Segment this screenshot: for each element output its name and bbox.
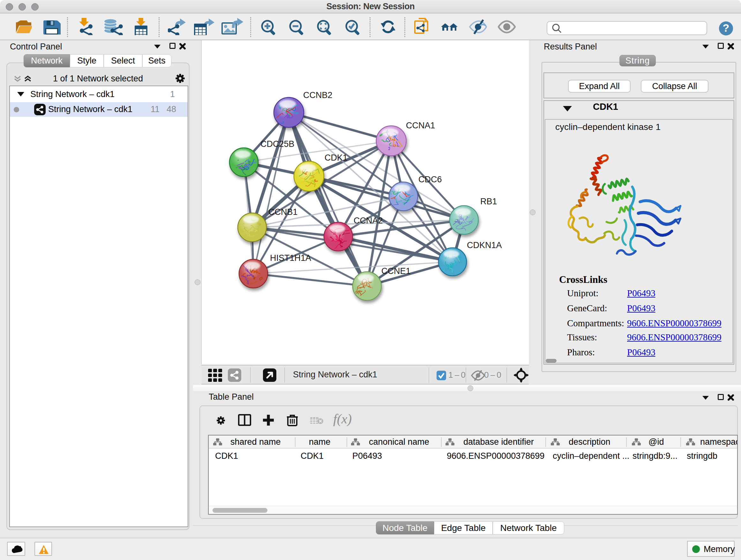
svg-text:CCNA1: CCNA1 (406, 121, 435, 130)
svg-text:HIST1H1A: HIST1H1A (270, 253, 311, 263)
svg-text:CCNB1: CCNB1 (268, 207, 298, 217)
svg-text:CDC25B: CDC25B (260, 139, 294, 149)
svg-text:CCNA2: CCNA2 (354, 216, 383, 226)
svg-text:CCNB2: CCNB2 (303, 90, 333, 100)
svg-text:RB1: RB1 (480, 197, 497, 206)
svg-text:CDK1: CDK1 (325, 153, 347, 163)
svg-text:CDKN1A: CDKN1A (467, 240, 502, 250)
svg-text:CCNE1: CCNE1 (381, 266, 411, 276)
svg-text:CDC6: CDC6 (418, 175, 442, 184)
